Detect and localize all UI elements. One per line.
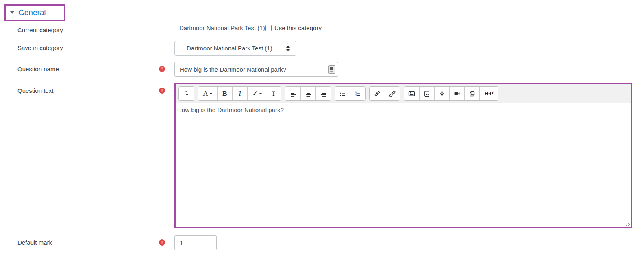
use-this-category-label[interactable]: Use this category: [274, 24, 322, 31]
bullet-list-icon: [339, 90, 346, 97]
image-icon: [408, 90, 415, 97]
selected-option-text: Dartmoor National Park Test (1): [187, 45, 272, 52]
caret-down-icon: [209, 93, 213, 94]
clear-formatting-button[interactable]: [266, 87, 281, 100]
default-mark-label: Default mark: [17, 239, 52, 246]
bold-icon: B: [222, 90, 227, 98]
required-icon: !: [159, 66, 165, 72]
editor-text: How big is the Dartmoor National park?: [177, 106, 284, 113]
collapse-arrow-icon: [183, 90, 190, 97]
current-category-label: Current category: [17, 26, 63, 33]
video-camera-icon: [454, 90, 460, 97]
insert-link-button[interactable]: [370, 87, 385, 100]
align-left-icon: [290, 90, 296, 97]
ordered-list-button[interactable]: 1 2 3: [350, 87, 365, 100]
collapse-toolbar-button[interactable]: [179, 87, 194, 100]
italic-icon: I: [239, 90, 241, 98]
align-left-button[interactable]: [285, 87, 300, 100]
insert-h5p-button[interactable]: H-P: [479, 87, 498, 100]
save-in-category-select[interactable]: Dartmoor National Park Test (1): [174, 41, 296, 56]
unordered-list-button[interactable]: [335, 87, 350, 100]
insert-media-button[interactable]: [419, 87, 434, 100]
toolbar-group-text: A B I: [198, 86, 281, 101]
paintbrush-icon: [251, 90, 258, 97]
toolbar-group-collapse: [178, 86, 194, 101]
record-audio-button[interactable]: [434, 87, 449, 100]
question-name-input[interactable]: [174, 62, 338, 77]
question-text-label: Question text: [17, 87, 53, 94]
general-section-header[interactable]: General: [4, 4, 65, 21]
question-edit-form: General Current category Dartmoor Nation…: [0, 0, 644, 259]
toolbar-group-media: H-P: [404, 86, 498, 101]
text-suggestion-icon[interactable]: [328, 65, 335, 74]
align-right-button[interactable]: [315, 87, 331, 100]
resize-handle[interactable]: [625, 221, 630, 226]
toolbar-group-lists: 1 2 3: [335, 86, 366, 101]
record-video-button[interactable]: [449, 87, 464, 100]
use-this-category-checkbox[interactable]: [265, 25, 272, 31]
required-icon: !: [159, 239, 165, 246]
media-file-icon: [424, 90, 430, 97]
font-style-icon: A: [203, 90, 208, 98]
required-icon: !: [159, 88, 165, 94]
question-text-editarea[interactable]: How big is the Dartmoor National park?: [176, 103, 631, 227]
current-category-value: Dartmoor National Park Test (1): [179, 24, 265, 31]
font-style-button[interactable]: A: [198, 87, 217, 100]
align-center-icon: [305, 90, 311, 97]
question-text-editor: A B I: [174, 83, 632, 228]
insert-image-button[interactable]: [404, 87, 419, 100]
align-right-icon: [320, 90, 326, 97]
italic-button[interactable]: I: [232, 87, 247, 100]
manage-files-button[interactable]: [464, 87, 479, 100]
select-updown-arrows-icon: [286, 46, 290, 51]
text-color-button[interactable]: [247, 87, 266, 100]
h5p-icon: H-P: [485, 90, 493, 97]
question-name-label: Question name: [17, 66, 59, 72]
link-icon: [374, 90, 381, 97]
unlink-icon: [389, 90, 396, 97]
align-center-button[interactable]: [300, 87, 315, 100]
bold-button[interactable]: B: [217, 87, 232, 100]
numbered-list-icon: 1 2 3: [355, 90, 361, 97]
toolbar-group-links: [369, 86, 400, 101]
unlink-button[interactable]: [385, 87, 400, 100]
collapse-triangle-icon[interactable]: [10, 11, 14, 14]
save-in-category-label: Save in category: [17, 44, 63, 51]
svg-text:3: 3: [355, 94, 357, 97]
toolbar-group-align: [285, 86, 331, 101]
text-cursor-icon: [270, 90, 277, 97]
default-mark-input[interactable]: [174, 235, 217, 250]
files-icon: [469, 90, 475, 97]
microphone-icon: [439, 90, 445, 97]
section-title[interactable]: General: [18, 8, 46, 17]
editor-toolbar: A B I: [176, 84, 631, 103]
caret-down-icon: [259, 93, 262, 94]
